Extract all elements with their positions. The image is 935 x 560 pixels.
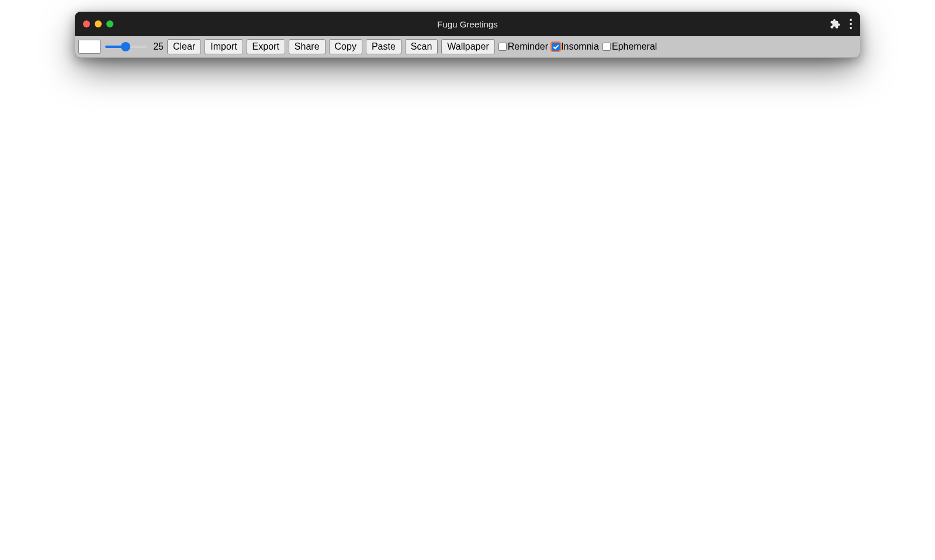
- scan-button[interactable]: Scan: [405, 39, 438, 54]
- paste-button[interactable]: Paste: [366, 39, 401, 54]
- share-button[interactable]: Share: [289, 39, 325, 54]
- app-window: Fugu Greetings 25 Clear Import Export Sh…: [75, 12, 860, 58]
- brush-size-slider[interactable]: [105, 46, 147, 48]
- zoom-icon[interactable]: [106, 20, 113, 27]
- insomnia-option[interactable]: Insomnia: [552, 41, 599, 52]
- clear-button[interactable]: Clear: [167, 39, 201, 54]
- reminder-label: Reminder: [508, 41, 548, 52]
- close-icon[interactable]: [83, 20, 90, 27]
- import-button[interactable]: Import: [205, 39, 243, 54]
- ephemeral-label: Ephemeral: [612, 41, 657, 52]
- wallpaper-button[interactable]: Wallpaper: [441, 39, 494, 54]
- window-controls: [83, 20, 113, 27]
- brush-size-control: 25: [104, 41, 164, 52]
- brush-size-value: 25: [152, 41, 164, 52]
- reminder-option[interactable]: Reminder: [498, 41, 548, 52]
- more-icon[interactable]: [850, 19, 852, 29]
- title-bar: Fugu Greetings: [75, 12, 860, 36]
- export-button[interactable]: Export: [247, 39, 285, 54]
- extensions-icon[interactable]: [830, 19, 840, 29]
- window-title: Fugu Greetings: [75, 19, 860, 29]
- toolbar: 25 Clear Import Export Share Copy Paste …: [75, 36, 860, 58]
- ephemeral-checkbox[interactable]: [602, 43, 611, 51]
- insomnia-label: Insomnia: [561, 41, 599, 52]
- color-picker[interactable]: [78, 40, 101, 54]
- copy-button[interactable]: Copy: [329, 39, 362, 54]
- minimize-icon[interactable]: [95, 20, 102, 27]
- reminder-checkbox[interactable]: [498, 43, 507, 51]
- insomnia-checkbox[interactable]: [552, 43, 560, 51]
- ephemeral-option[interactable]: Ephemeral: [602, 41, 657, 52]
